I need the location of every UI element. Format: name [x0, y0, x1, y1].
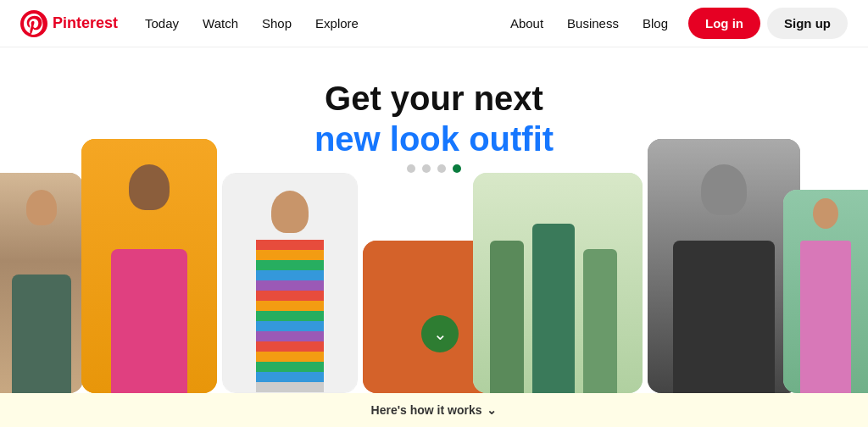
navbar: Pinterest Today Watch Shop Explore About… [0, 0, 868, 47]
nav-left-links: Today Watch Shop Explore [135, 9, 369, 37]
pinterest-logo-icon [20, 10, 47, 37]
chevron-down-icon: ⌄ [433, 324, 448, 344]
card-7[interactable] [783, 190, 868, 393]
nav-today[interactable]: Today [135, 9, 189, 37]
nav-shop[interactable]: Shop [252, 9, 302, 37]
scroll-down-button[interactable]: ⌄ [421, 315, 459, 352]
hero-headline: Get your next new look outfit [314, 78, 554, 159]
card-3[interactable] [222, 173, 358, 393]
hero-line1: Get your next [314, 78, 554, 119]
dot-2[interactable] [422, 164, 431, 173]
dot-4-active[interactable] [453, 164, 461, 173]
card-1[interactable] [0, 173, 83, 393]
brand-name: Pinterest [53, 14, 118, 32]
hero-section: Get your next new look outfit [0, 47, 868, 427]
nav-watch[interactable]: Watch [192, 9, 248, 37]
hero-line2: new look outfit [314, 119, 554, 159]
how-it-works-bar[interactable]: Here's how it works ⌄ [0, 393, 868, 427]
dot-1[interactable] [407, 164, 415, 173]
logo[interactable]: Pinterest [20, 10, 118, 37]
nav-business[interactable]: Business [557, 9, 629, 37]
dot-3[interactable] [437, 164, 446, 173]
nav-right-links: About Business Blog Log in Sign up [500, 8, 848, 39]
nav-about[interactable]: About [500, 9, 554, 37]
hero-carousel-dots [407, 164, 461, 173]
how-it-works-label: Here's how it works [371, 403, 482, 417]
card-2[interactable] [81, 139, 217, 393]
nav-blog[interactable]: Blog [632, 9, 678, 37]
nav-explore[interactable]: Explore [305, 9, 369, 37]
signup-button[interactable]: Sign up [767, 8, 848, 39]
login-button[interactable]: Log in [688, 8, 760, 39]
chevron-down-icon: ⌄ [487, 403, 497, 417]
card-5[interactable] [473, 173, 643, 393]
card-6[interactable] [648, 139, 800, 393]
